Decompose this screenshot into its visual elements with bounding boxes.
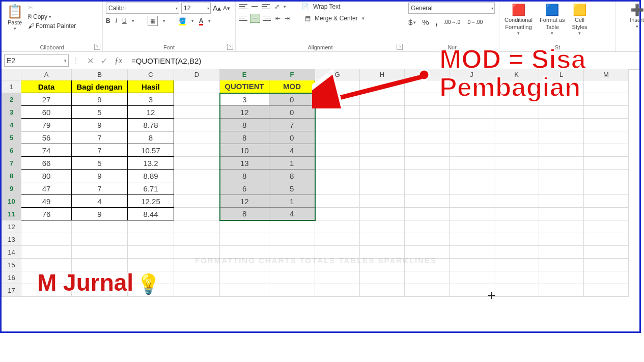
cell[interactable] bbox=[315, 195, 360, 208]
cell[interactable] bbox=[174, 157, 220, 170]
cell[interactable]: 0 bbox=[269, 93, 315, 106]
merge-center-button[interactable]: Merge & Center bbox=[315, 15, 358, 22]
cell[interactable] bbox=[450, 131, 494, 144]
cell[interactable]: 56 bbox=[21, 131, 72, 144]
cell[interactable] bbox=[360, 144, 405, 157]
cell[interactable] bbox=[174, 144, 220, 157]
cell[interactable] bbox=[174, 284, 220, 297]
row-header[interactable]: 9 bbox=[2, 182, 21, 195]
cell[interactable] bbox=[450, 271, 494, 284]
cell[interactable] bbox=[315, 182, 360, 195]
cell[interactable] bbox=[360, 170, 405, 182]
decrease-font-icon[interactable]: A▾ bbox=[223, 3, 230, 14]
cell[interactable] bbox=[584, 284, 629, 297]
cell[interactable] bbox=[584, 233, 629, 246]
italic-button[interactable]: I bbox=[116, 17, 117, 24]
cell[interactable]: 9 bbox=[72, 93, 128, 106]
cell[interactable] bbox=[174, 195, 220, 208]
fx-icon[interactable]: ƒx bbox=[115, 56, 122, 65]
cell[interactable] bbox=[494, 144, 539, 157]
cell[interactable] bbox=[315, 220, 360, 233]
row-header[interactable]: 2 bbox=[2, 93, 21, 106]
copy-button[interactable]: ⎘ Copy ▾ bbox=[28, 13, 76, 21]
cell[interactable]: 5 bbox=[269, 182, 315, 195]
cell[interactable] bbox=[494, 157, 539, 170]
cell[interactable] bbox=[539, 259, 584, 271]
paste-button[interactable]: 📋 Paste ▾ bbox=[5, 3, 25, 33]
cell[interactable]: 8 bbox=[269, 170, 315, 182]
align-bottom-icon[interactable] bbox=[261, 3, 270, 11]
cell[interactable]: 4 bbox=[72, 195, 128, 208]
cell[interactable] bbox=[584, 106, 629, 119]
cell[interactable]: 6.71 bbox=[128, 182, 174, 195]
cell[interactable] bbox=[494, 131, 539, 144]
cell[interactable] bbox=[450, 170, 494, 182]
cell[interactable]: 12 bbox=[220, 195, 269, 208]
row-header[interactable]: 5 bbox=[2, 131, 21, 144]
row-header[interactable]: 15 bbox=[2, 259, 21, 271]
cell[interactable]: 8 bbox=[128, 131, 174, 144]
row-header[interactable]: 13 bbox=[2, 233, 21, 246]
name-box[interactable]: E2 ▾ bbox=[4, 54, 69, 67]
cell[interactable] bbox=[450, 144, 494, 157]
cell[interactable] bbox=[315, 157, 360, 170]
cell[interactable] bbox=[21, 220, 72, 233]
row-header[interactable]: 17 bbox=[2, 284, 21, 297]
decrease-decimal-icon[interactable]: .0→.00 bbox=[466, 19, 483, 25]
cell[interactable]: 3 bbox=[128, 93, 174, 106]
cell[interactable] bbox=[539, 220, 584, 233]
cell[interactable] bbox=[128, 220, 174, 233]
cell[interactable] bbox=[174, 271, 220, 284]
orientation-button[interactable]: ⤢ bbox=[274, 3, 279, 10]
cell[interactable] bbox=[315, 144, 360, 157]
cell[interactable] bbox=[405, 271, 450, 284]
cell[interactable]: 7 bbox=[72, 131, 128, 144]
cell[interactable] bbox=[405, 182, 450, 195]
cell[interactable] bbox=[494, 233, 539, 246]
cell[interactable] bbox=[269, 284, 315, 297]
cell[interactable] bbox=[450, 220, 494, 233]
fill-color-button[interactable]: 🪣 bbox=[179, 17, 186, 24]
cell[interactable]: 66 bbox=[21, 157, 72, 170]
cell[interactable]: 47 bbox=[21, 182, 72, 195]
column-header[interactable]: E bbox=[220, 69, 269, 80]
accounting-format-button[interactable]: $ bbox=[408, 18, 412, 26]
cell[interactable] bbox=[220, 284, 269, 297]
cell[interactable] bbox=[584, 195, 629, 208]
cell[interactable] bbox=[539, 182, 584, 195]
cell[interactable] bbox=[584, 259, 629, 271]
dialog-launcher-icon[interactable]: ↘ bbox=[94, 44, 100, 50]
cell[interactable] bbox=[450, 119, 494, 131]
cell[interactable] bbox=[360, 233, 405, 246]
cell[interactable] bbox=[174, 106, 220, 119]
cell[interactable]: 13 bbox=[220, 157, 269, 170]
cell[interactable] bbox=[128, 246, 174, 259]
row-header[interactable]: 16 bbox=[2, 271, 21, 284]
cell[interactable]: 9 bbox=[72, 119, 128, 131]
cell[interactable] bbox=[494, 182, 539, 195]
underline-button[interactable]: U bbox=[122, 17, 127, 24]
cell[interactable] bbox=[405, 131, 450, 144]
cell[interactable] bbox=[584, 208, 629, 220]
cell[interactable] bbox=[269, 271, 315, 284]
cell[interactable] bbox=[174, 119, 220, 131]
cancel-formula-icon[interactable]: ✕ bbox=[87, 56, 94, 66]
cell[interactable] bbox=[405, 119, 450, 131]
cell[interactable] bbox=[584, 131, 629, 144]
cell[interactable] bbox=[360, 220, 405, 233]
cell[interactable]: 8.89 bbox=[128, 170, 174, 182]
cell[interactable]: Data bbox=[21, 80, 72, 93]
cell[interactable] bbox=[128, 233, 174, 246]
increase-font-icon[interactable]: A▴ bbox=[213, 3, 221, 14]
column-header[interactable]: C bbox=[128, 69, 174, 80]
cell[interactable] bbox=[315, 119, 360, 131]
cell[interactable] bbox=[539, 119, 584, 131]
cell[interactable] bbox=[360, 131, 405, 144]
cell[interactable]: 7 bbox=[72, 182, 128, 195]
row-header[interactable]: 1 bbox=[2, 80, 21, 93]
column-header[interactable]: D bbox=[174, 69, 220, 80]
cell[interactable] bbox=[584, 182, 629, 195]
dialog-launcher-icon[interactable]: ↘ bbox=[227, 44, 233, 50]
cell[interactable] bbox=[405, 195, 450, 208]
align-left-icon[interactable] bbox=[239, 14, 248, 22]
